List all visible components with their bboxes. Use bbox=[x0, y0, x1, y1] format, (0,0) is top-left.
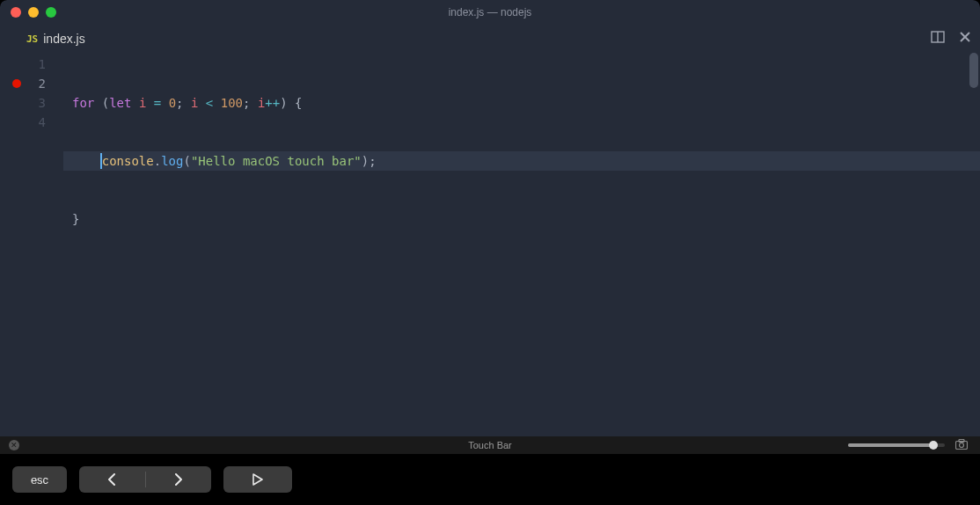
touchbar-nav-group bbox=[79, 466, 211, 493]
window-close-button[interactable] bbox=[11, 7, 21, 18]
line-number: 4 bbox=[39, 113, 46, 132]
play-icon bbox=[252, 473, 263, 486]
window-minimize-button[interactable] bbox=[28, 7, 39, 18]
line-number: 3 bbox=[39, 93, 46, 113]
window-title: index.js — nodejs bbox=[449, 6, 532, 18]
code-line[interactable]: } bbox=[63, 209, 980, 229]
esc-label: esc bbox=[31, 473, 48, 487]
vertical-scrollbar[interactable] bbox=[969, 53, 978, 88]
touchbar-label: Touch Bar bbox=[468, 440, 512, 450]
touchbar-esc-button[interactable]: esc bbox=[12, 466, 67, 493]
touchbar-back-button[interactable] bbox=[79, 473, 145, 486]
code-line[interactable]: for (let i = 0; i < 100; i++) { bbox=[63, 93, 980, 113]
code-line[interactable]: console.log("Hello macOS touch bar"); bbox=[63, 151, 980, 171]
touchbar-slider[interactable] bbox=[848, 443, 945, 447]
traffic-lights bbox=[11, 7, 56, 18]
chevron-right-icon bbox=[173, 473, 184, 486]
touchbar-close-icon[interactable]: ✕ bbox=[9, 440, 19, 450]
line-number-row[interactable]: 3 bbox=[0, 93, 63, 113]
touchbar-forward-button[interactable] bbox=[146, 473, 212, 486]
line-number-row[interactable]: 2 bbox=[0, 74, 63, 93]
window-maximize-button[interactable] bbox=[46, 7, 56, 18]
titlebar: index.js — nodejs bbox=[0, 0, 980, 25]
gutter[interactable]: 1 2 3 4 bbox=[0, 53, 63, 436]
line-number-row[interactable]: 1 bbox=[0, 55, 63, 74]
line-number: 2 bbox=[39, 74, 46, 93]
close-tab-icon[interactable] bbox=[959, 31, 971, 47]
tab-actions bbox=[931, 30, 971, 48]
breakpoint-icon[interactable] bbox=[12, 79, 21, 88]
camera-icon[interactable] bbox=[955, 439, 968, 451]
chevron-left-icon bbox=[106, 473, 117, 486]
split-editor-icon[interactable] bbox=[931, 30, 945, 48]
touchbar-header: ✕ Touch Bar bbox=[0, 436, 980, 454]
tab-label: index.js bbox=[43, 32, 84, 46]
svg-marker-7 bbox=[253, 474, 262, 485]
code-area[interactable]: for (let i = 0; i < 100; i++) { console.… bbox=[63, 53, 980, 436]
line-number-row[interactable]: 4 bbox=[0, 113, 63, 132]
slider-fill bbox=[848, 443, 933, 447]
touchbar-play-button[interactable] bbox=[223, 466, 292, 493]
touchbar: esc bbox=[0, 454, 980, 505]
code-editor[interactable]: 1 2 3 4 for (let i = 0; i < 100; i++) { … bbox=[0, 53, 980, 436]
slider-thumb[interactable] bbox=[929, 441, 938, 450]
text-cursor bbox=[100, 153, 102, 169]
svg-point-5 bbox=[960, 443, 964, 448]
line-number: 1 bbox=[39, 55, 46, 74]
tab-bar: JS index.js bbox=[0, 25, 980, 53]
tab-index-js[interactable]: JS index.js bbox=[26, 32, 85, 46]
js-file-icon: JS bbox=[26, 33, 38, 45]
code-line[interactable] bbox=[63, 267, 980, 287]
editor-window: index.js — nodejs JS index.js 1 2 3 4 bbox=[0, 0, 980, 436]
